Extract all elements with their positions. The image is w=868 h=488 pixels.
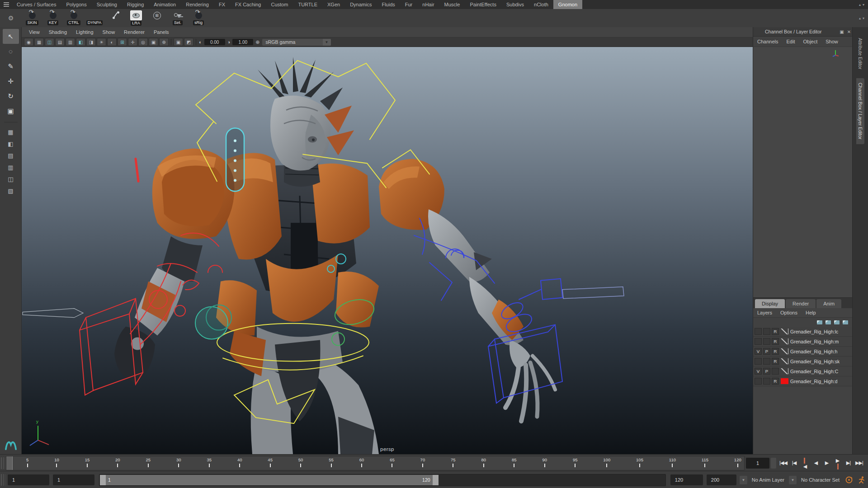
layer-color-swatch[interactable] (781, 328, 788, 334)
select-camera-icon[interactable]: ◉ (24, 38, 33, 46)
auto-keyframe-icon[interactable] (844, 474, 854, 485)
display-layer-row[interactable]: V P R Grenadier_Rig_High:h (753, 347, 853, 357)
exposure-field[interactable]: 0.00 (204, 39, 225, 45)
shelf-ctrl-button[interactable]: CTRL (63, 9, 84, 27)
layer-playback-toggle[interactable] (763, 338, 770, 345)
step-forward-frame-button[interactable]: ▶| (843, 458, 854, 469)
menubar-item[interactable]: FX Caching (230, 0, 266, 9)
film-gate-icon[interactable]: ◫ (45, 38, 54, 46)
layer-playback-toggle[interactable] (763, 358, 770, 365)
safe-action-icon[interactable]: ◨ (86, 38, 96, 46)
menubar-item[interactable]: Rendering (181, 0, 214, 9)
shelf-skin-button[interactable]: SKIN (22, 9, 42, 27)
exposure-icon[interactable]: ◐ (199, 39, 202, 45)
animation-preferences-icon[interactable] (856, 474, 867, 485)
shelf-dynpa-button[interactable]: DYNPA (84, 9, 105, 27)
channel-list-area[interactable] (753, 47, 853, 297)
move-layer-up-icon[interactable] (826, 320, 831, 324)
menubar-item[interactable]: PaintEffects (465, 0, 501, 9)
screen-space-ao-icon[interactable]: ⊞ (118, 38, 127, 46)
layer-editor-tab[interactable]: Display (755, 299, 785, 308)
step-back-frame-button[interactable]: |◀ (789, 458, 799, 469)
layer-editor-menu-item[interactable]: Options (776, 310, 802, 315)
grid-toggle-icon[interactable]: ▦ (34, 38, 44, 46)
layer-display-type-toggle[interactable]: R (772, 348, 779, 355)
select-tool-button[interactable]: ↖ (3, 29, 19, 44)
timeline-ruler[interactable]: 5 10 15 20 (6, 456, 745, 470)
single-pane-layout-button[interactable]: ▤ (3, 150, 19, 161)
menubar-item[interactable]: nCloth (529, 0, 553, 9)
layer-editor-tab[interactable]: Anim (816, 299, 841, 308)
menubar-item[interactable]: Dynamics (345, 0, 377, 9)
menubar-item[interactable]: Fluids (377, 0, 400, 9)
layer-editor-menu-item[interactable]: Layers (753, 310, 776, 315)
texture-view-icon[interactable]: ◩ (184, 38, 193, 46)
layer-display-type-toggle[interactable]: R (772, 328, 779, 335)
layer-color-swatch[interactable] (781, 368, 788, 374)
anim-layer-dropdown[interactable]: No Anim Layer (749, 477, 788, 483)
shelf-set-button[interactable]: Set. (167, 9, 188, 27)
layer-visibility-toggle[interactable] (755, 358, 762, 365)
layer-display-type-toggle[interactable] (772, 368, 779, 375)
go-to-start-button[interactable]: |◀◀ (778, 458, 788, 469)
layer-color-swatch[interactable] (781, 378, 788, 384)
shadows-icon[interactable]: ◐ (107, 38, 117, 46)
layer-visibility-toggle[interactable] (755, 338, 762, 345)
resolution-gate-icon[interactable]: ▤ (55, 38, 65, 46)
isolate-view-icon[interactable]: ▣ (174, 38, 183, 46)
panel-menu-item[interactable]: Panels (149, 29, 174, 35)
motion-blur-icon[interactable]: ✛ (128, 38, 137, 46)
move-tool-button[interactable]: ✛ (3, 74, 19, 89)
layer-display-type-toggle[interactable]: R (772, 338, 779, 345)
isolate-select-icon[interactable]: ▣ (149, 38, 158, 46)
layer-visibility-toggle[interactable]: V (755, 348, 762, 355)
hypershade-layout-button[interactable]: ▧ (3, 185, 19, 197)
side-tab-channel-box[interactable]: Channel Box / Layer Editor (856, 78, 864, 144)
shelf-srig-button[interactable]: sRig (188, 9, 209, 27)
lasso-select-tool-button[interactable]: ◌ (3, 44, 19, 59)
range-start-handle[interactable] (100, 475, 106, 485)
menubar-item[interactable]: FX (214, 0, 230, 9)
character-set-dropdown[interactable]: No Character Set (798, 477, 843, 483)
range-end-handle[interactable] (433, 475, 439, 485)
menubar-item[interactable]: Gnomon (553, 0, 582, 9)
animation-start-field[interactable]: 1 (8, 474, 49, 485)
side-tab-attribute-editor[interactable]: Attribute Editor (856, 33, 864, 74)
lighting-icon[interactable]: ☀ (97, 38, 106, 46)
two-pane-layout-button[interactable]: ▥ (3, 161, 19, 173)
persp-outliner-layout-button[interactable]: ◧ (3, 138, 19, 150)
step-back-key-button[interactable]: ◀ (800, 458, 810, 469)
menubar-item[interactable]: Fur (400, 0, 418, 9)
display-layer-row[interactable]: R Grenadier_Rig_High:lc (753, 327, 853, 337)
popout-icon[interactable]: ▣ (838, 29, 845, 34)
display-layer-row[interactable]: R Grenadier_Rig_High:m (753, 337, 853, 347)
four-view-layout-button[interactable]: ▦ (3, 126, 19, 138)
display-layer-row[interactable]: V P Grenadier_Rig_High:C (753, 366, 853, 376)
go-to-end-button[interactable]: ▶▶| (854, 458, 864, 469)
layer-display-type-toggle[interactable]: R (772, 358, 779, 365)
play-forwards-button[interactable]: ▶ (821, 458, 832, 469)
layer-display-type-toggle[interactable]: R (772, 378, 779, 385)
channel-box-menu-item[interactable]: Object (799, 39, 821, 44)
menubar-item[interactable]: Polygons (61, 0, 91, 9)
layer-color-swatch[interactable] (781, 358, 788, 364)
shelf-key-button[interactable]: KEY (42, 9, 63, 27)
field-chart-icon[interactable]: ◧ (76, 38, 85, 46)
move-layer-down-icon[interactable] (817, 320, 822, 324)
gamma-icon[interactable]: ⊕ (255, 39, 259, 45)
step-forward-key-button[interactable]: ▶ (832, 458, 843, 469)
channel-box-menu-item[interactable]: Edit (782, 39, 799, 44)
menubar-item[interactable]: Custom (266, 0, 293, 9)
layer-playback-toggle[interactable]: P (763, 348, 770, 355)
shelf-scroll-arrows[interactable]: ▴▾ (859, 16, 868, 20)
scene-3d-view[interactable]: y (22, 47, 753, 454)
shelf-lra-button[interactable]: LRA (126, 9, 146, 27)
scale-tool-button[interactable]: ▣ (3, 103, 19, 118)
multisampling-icon[interactable]: ◎ (138, 38, 148, 46)
close-icon[interactable]: ✕ (845, 29, 853, 34)
menubar-item[interactable]: Muscle (439, 0, 465, 9)
layer-playback-toggle[interactable] (763, 328, 770, 335)
shelf-joint-button[interactable] (105, 9, 126, 27)
layer-visibility-toggle[interactable] (755, 328, 762, 335)
layer-editor-tab[interactable]: Render (786, 299, 816, 308)
